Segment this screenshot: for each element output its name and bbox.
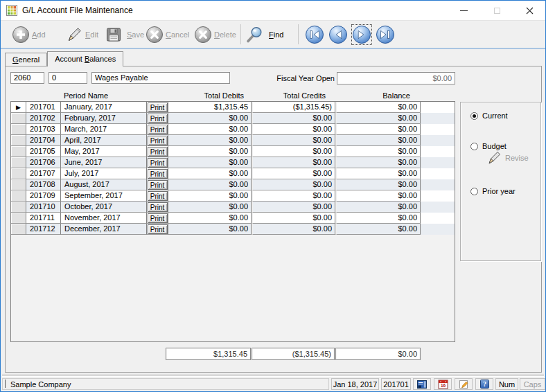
period-code-cell[interactable]: 201703 — [26, 124, 61, 135]
row-selector[interactable] — [11, 113, 26, 124]
balance-cell[interactable]: $0.00 — [337, 157, 421, 168]
period-code-cell[interactable]: 201706 — [26, 157, 61, 168]
credits-cell[interactable]: $0.00 — [253, 213, 335, 224]
cancel-x-icon[interactable] — [146, 26, 164, 44]
period-name-cell[interactable]: January, 2017 — [61, 102, 147, 113]
balance-cell[interactable]: $0.00 — [337, 102, 421, 113]
revise-button[interactable]: Revise — [486, 150, 529, 166]
period-code-cell[interactable]: 201702 — [26, 113, 61, 124]
row-selector[interactable] — [11, 224, 26, 235]
credits-cell[interactable]: $0.00 — [253, 146, 335, 157]
first-record-button[interactable] — [305, 25, 324, 44]
row-selector[interactable]: ▶ — [11, 102, 26, 113]
period-name-cell[interactable]: August, 2017 — [61, 179, 147, 190]
credits-cell[interactable]: $0.00 — [253, 224, 335, 235]
close-button[interactable] — [513, 1, 545, 20]
account-number-field[interactable]: 2060 — [10, 72, 44, 84]
row-selector[interactable] — [11, 157, 26, 168]
previous-record-button[interactable] — [328, 25, 348, 44]
radio-prior-year[interactable]: Prior year — [470, 187, 516, 195]
print-button[interactable]: Print — [148, 202, 168, 212]
company-select-button[interactable] — [413, 378, 431, 390]
debits-cell[interactable]: $0.00 — [168, 113, 252, 124]
debits-cell[interactable]: $1,315.45 — [168, 102, 252, 113]
debits-cell[interactable]: $0.00 — [168, 190, 252, 202]
period-code-cell[interactable]: 201707 — [26, 168, 61, 179]
print-button[interactable]: Print — [148, 114, 168, 123]
calendar-button[interactable]: 16 — [434, 378, 452, 390]
period-name-cell[interactable]: December, 2017 — [61, 224, 147, 235]
row-selector[interactable] — [11, 213, 26, 224]
credits-cell[interactable]: $0.00 — [253, 168, 335, 179]
fiscal-year-open-field[interactable]: $0.00 — [337, 72, 455, 84]
period-code-cell[interactable]: 201709 — [26, 190, 61, 202]
print-button[interactable]: Print — [148, 213, 168, 223]
add-icon[interactable] — [12, 26, 30, 44]
row-selector[interactable] — [11, 179, 26, 190]
cancel-button[interactable]: Cancel — [166, 21, 189, 48]
balance-cell[interactable]: $0.00 — [337, 124, 421, 135]
credits-cell[interactable]: $0.00 — [253, 179, 335, 190]
period-name-cell[interactable]: July, 2017 — [61, 168, 147, 179]
delete-x-icon[interactable] — [194, 26, 212, 44]
balance-cell[interactable]: $0.00 — [337, 168, 421, 179]
period-name-cell[interactable]: May, 2017 — [61, 146, 147, 157]
balance-cell[interactable]: $0.00 — [337, 202, 421, 213]
balance-cell[interactable]: $0.00 — [337, 179, 421, 190]
row-selector[interactable] — [11, 146, 26, 157]
help-button[interactable]: ? — [475, 378, 493, 390]
print-button[interactable]: Print — [148, 103, 168, 112]
balance-cell[interactable]: $0.00 — [337, 113, 421, 124]
tab-account-balances[interactable]: Account Balances — [47, 51, 123, 66]
period-code-cell[interactable]: 201701 — [26, 102, 61, 113]
period-code-cell[interactable]: 201704 — [26, 135, 61, 146]
print-button[interactable]: Print — [148, 147, 168, 157]
print-button[interactable]: Print — [148, 125, 168, 134]
last-record-button[interactable] — [376, 25, 395, 44]
period-code-cell[interactable]: 201711 — [26, 213, 61, 224]
debits-cell[interactable]: $0.00 — [168, 179, 252, 190]
period-code-cell[interactable]: 201712 — [26, 224, 61, 235]
debits-cell[interactable]: $0.00 — [168, 146, 252, 157]
find-magnifier-icon[interactable] — [245, 25, 264, 44]
period-name-cell[interactable]: October, 2017 — [61, 202, 147, 213]
period-name-cell[interactable]: November, 2017 — [61, 213, 147, 224]
balance-cell[interactable]: $0.00 — [337, 213, 421, 224]
print-button[interactable]: Print — [148, 224, 168, 234]
print-button[interactable]: Print — [148, 180, 168, 190]
credits-cell[interactable]: $0.00 — [253, 202, 335, 213]
balance-cell[interactable]: $0.00 — [337, 146, 421, 157]
period-name-cell[interactable]: March, 2017 — [61, 124, 147, 135]
row-selector[interactable] — [11, 202, 26, 213]
period-name-cell[interactable]: April, 2017 — [61, 135, 147, 146]
delete-button[interactable]: Delete — [214, 21, 236, 48]
save-floppy-icon[interactable] — [105, 26, 123, 44]
balance-cell[interactable]: $0.00 — [337, 135, 421, 146]
period-code-cell[interactable]: 201710 — [26, 202, 61, 213]
edit-pencil-icon[interactable] — [65, 26, 83, 44]
credits-cell[interactable]: $0.00 — [253, 124, 335, 135]
debits-cell[interactable]: $0.00 — [168, 213, 252, 224]
tab-general[interactable]: General — [5, 53, 47, 66]
row-selector[interactable] — [11, 190, 26, 202]
credits-cell[interactable]: ($1,315.45) — [253, 102, 335, 113]
save-button[interactable]: Save — [127, 21, 144, 48]
row-selector[interactable] — [11, 135, 26, 146]
radio-current[interactable]: Current — [470, 112, 508, 120]
period-code-cell[interactable]: 201708 — [26, 179, 61, 190]
debits-cell[interactable]: $0.00 — [168, 224, 252, 235]
balance-cell[interactable]: $0.00 — [337, 224, 421, 235]
credits-cell[interactable]: $0.00 — [253, 113, 335, 124]
row-selector[interactable] — [11, 124, 26, 135]
period-name-cell[interactable]: September, 2017 — [61, 190, 147, 202]
print-button[interactable]: Print — [148, 136, 168, 145]
print-button[interactable]: Print — [148, 158, 168, 168]
print-button[interactable]: Print — [148, 191, 168, 201]
print-button[interactable]: Print — [148, 169, 168, 179]
period-code-cell[interactable]: 201705 — [26, 146, 61, 157]
row-selector[interactable] — [11, 168, 26, 179]
credits-cell[interactable]: $0.00 — [253, 190, 335, 202]
edit-button[interactable]: Edit — [85, 21, 98, 48]
debits-cell[interactable]: $0.00 — [168, 135, 252, 146]
debits-cell[interactable]: $0.00 — [168, 157, 252, 168]
